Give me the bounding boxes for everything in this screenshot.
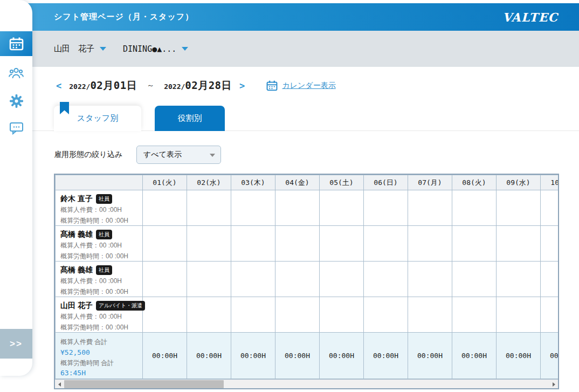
shift-cell-r4-d9[interactable] [497, 297, 541, 333]
shift-cell-r2-d2[interactable] [187, 226, 231, 262]
shift-cell-r1-d7[interactable] [408, 190, 452, 226]
staff-column-header [56, 175, 143, 190]
user-dropdown-value: 山田 花子 [54, 44, 94, 54]
summary-total-d8: 00:00H [452, 333, 497, 379]
staff-time-estimate: 概算労働時間：00 :00H [60, 287, 138, 297]
day-column-header-1: 01(火) [143, 175, 187, 190]
day-column-header-5: 05(土) [320, 175, 364, 190]
tab-by-role[interactable]: 役割別 [155, 106, 225, 131]
sidebar-item-calendar[interactable] [0, 31, 32, 56]
staff-cost-estimate: 概算人件費：00 :00H [60, 312, 138, 321]
staff-cost-estimate: 概算人件費：00 :00H [60, 241, 138, 250]
summary-total-d3: 00:00H [231, 333, 275, 379]
shift-cell-r2-d8[interactable] [452, 226, 497, 262]
staff-row-3: 髙橋 義雄社員概算人件費：00 :00H概算労働時間：00 :00H [56, 262, 559, 297]
summary-total-d7: 00:00H [408, 333, 452, 379]
shift-cell-r4-d5[interactable] [320, 297, 364, 333]
shift-cell-r1-d5[interactable] [320, 190, 364, 226]
sidebar-item-settings[interactable] [0, 88, 32, 113]
shift-cell-r3-d10[interactable] [541, 262, 559, 297]
day-column-header-8: 08(火) [452, 175, 497, 190]
shift-cell-r3-d8[interactable] [452, 262, 497, 297]
sidebar-expand-button[interactable]: >> [0, 329, 32, 359]
tab-by-role-label: 役割別 [178, 113, 202, 123]
start-date: 2022/ 02月01日 [69, 79, 137, 93]
staff-group-icon [9, 66, 24, 79]
shift-cell-r3-d2[interactable] [187, 262, 231, 297]
summary-total-d9: 00:00H [497, 333, 541, 379]
shift-cell-r3-d3[interactable] [231, 262, 275, 297]
date-range-separator: ～ [147, 81, 154, 91]
scroll-left-button[interactable] [55, 380, 64, 389]
day-column-header-4: 04(金) [275, 175, 320, 190]
shift-cell-r4-d1[interactable] [143, 297, 187, 333]
shift-cell-r2-d9[interactable] [497, 226, 541, 262]
staff-name: 山田 花子 [60, 301, 93, 311]
shift-cell-r4-d10[interactable] [541, 297, 559, 333]
shift-cell-r3-d9[interactable] [497, 262, 541, 297]
shift-table: 01(火)02(水)03(木)04(金)05(土)06(日)07(月)08(火)… [55, 175, 558, 379]
staff-name: 鈴木 直子 [60, 194, 93, 204]
shift-cell-r4-d6[interactable] [364, 297, 408, 333]
calendar-icon [266, 80, 278, 91]
tab-by-staff[interactable]: スタッフ別 [54, 106, 141, 131]
day-column-header-3: 03(木) [231, 175, 275, 190]
shift-cell-r1-d10[interactable] [541, 190, 559, 226]
shift-cell-r1-d6[interactable] [364, 190, 408, 226]
chevron-down-icon [182, 47, 188, 51]
shift-cell-r2-d3[interactable] [231, 226, 275, 262]
shift-cell-r1-d9[interactable] [497, 190, 541, 226]
store-dropdown-value: DINING●▲... [123, 44, 176, 54]
prev-month-button[interactable]: < [54, 80, 64, 91]
employment-filter-select[interactable]: すべて表示 [136, 146, 221, 164]
next-month-button[interactable]: > [237, 80, 247, 91]
user-dropdown[interactable]: 山田 花子 [54, 31, 106, 67]
employment-filter: 雇用形態の絞り込み すべて表示 [54, 146, 221, 164]
shift-cell-r4-d4[interactable] [275, 297, 320, 333]
staff-name: 髙橋 義雄 [60, 230, 93, 239]
shift-cell-r4-d2[interactable] [187, 297, 231, 333]
summary-total-d5: 00:00H [320, 333, 364, 379]
shift-cell-r4-d8[interactable] [452, 297, 497, 333]
chat-icon [9, 122, 24, 135]
horizontal-scrollbar[interactable] [55, 379, 558, 388]
shift-cell-r3-d7[interactable] [408, 262, 452, 297]
shift-cell-r2-d4[interactable] [275, 226, 320, 262]
employment-filter-value: すべて表示 [143, 150, 182, 160]
shift-cell-r4-d3[interactable] [231, 297, 275, 333]
staff-row-1: 鈴木 直子社員概算人件費：00 :00H概算労働時間：00 :00H [56, 190, 559, 226]
shift-cell-r1-d1[interactable] [143, 190, 187, 226]
shift-cell-r1-d2[interactable] [187, 190, 231, 226]
summary-total-d2: 00:00H [187, 333, 231, 379]
shift-management-page: シフト管理ページ（月・スタッフ） VALTEC 山田 花子 DINING●▲..… [0, 0, 579, 392]
calendar-icon [9, 37, 24, 51]
staff-row-4: 山田 花子アルバイト・派遣概算人件費：00 :00H概算労働時間：00 :00H [56, 297, 559, 333]
sidebar-item-chat[interactable] [0, 116, 32, 141]
shift-cell-r1-d8[interactable] [452, 190, 497, 226]
table-header-row: 01(火)02(水)03(木)04(金)05(土)06(日)07(月)08(火)… [56, 175, 559, 190]
shift-cell-r3-d4[interactable] [275, 262, 320, 297]
shift-cell-r4-d7[interactable] [408, 297, 452, 333]
staff-row-2: 髙橋 義雄社員概算人件費：00 :00H概算労働時間：00 :00H [56, 226, 559, 262]
calendar-view-link[interactable]: カレンダー表示 [282, 81, 335, 91]
store-dropdown[interactable]: DINING●▲... [123, 31, 188, 67]
shift-cell-r2-d10[interactable] [541, 226, 559, 262]
calendar-view-link-group[interactable]: カレンダー表示 [266, 80, 335, 91]
staff-info-cell: 山田 花子アルバイト・派遣概算人件費：00 :00H概算労働時間：00 :00H [56, 297, 143, 333]
sidebar: >> [0, 0, 32, 376]
shift-cell-r3-d5[interactable] [320, 262, 364, 297]
staff-name: 髙橋 義雄 [60, 265, 93, 275]
staff-info-cell: 髙橋 義雄社員概算人件費：00 :00H概算労働時間：00 :00H [56, 262, 143, 297]
shift-cell-r2-d5[interactable] [320, 226, 364, 262]
scroll-right-button[interactable] [549, 380, 558, 389]
shift-cell-r1-d4[interactable] [275, 190, 320, 226]
scrollbar-thumb[interactable] [64, 380, 224, 388]
shift-cell-r3-d1[interactable] [143, 262, 187, 297]
shift-cell-r3-d6[interactable] [364, 262, 408, 297]
sidebar-item-staff[interactable] [0, 60, 32, 85]
summary-total-d10: 00:00H [541, 333, 559, 379]
shift-cell-r2-d1[interactable] [143, 226, 187, 262]
shift-cell-r2-d6[interactable] [364, 226, 408, 262]
shift-cell-r1-d3[interactable] [231, 190, 275, 226]
shift-cell-r2-d7[interactable] [408, 226, 452, 262]
